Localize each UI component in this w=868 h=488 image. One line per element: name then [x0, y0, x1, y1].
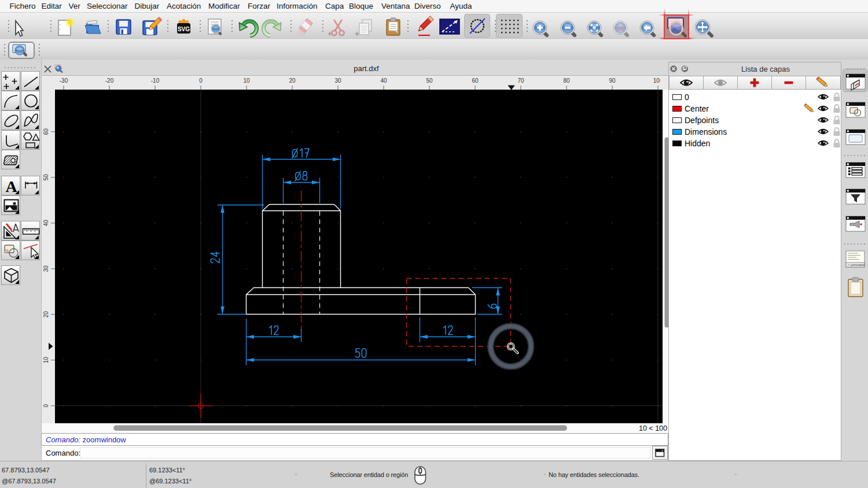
- svg-text:60: 60: [472, 77, 479, 84]
- svg-text:70: 70: [517, 77, 524, 84]
- svg-text:60: 60: [43, 128, 49, 135]
- svg-text:40: 40: [380, 77, 387, 84]
- svg-text:90: 90: [609, 77, 616, 84]
- svg-text:10: 10: [43, 357, 49, 364]
- svg-text:0: 0: [199, 77, 203, 84]
- svg-text:-20: -20: [105, 77, 114, 84]
- svg-text:-30: -30: [60, 77, 68, 84]
- svg-text:30: 30: [43, 265, 49, 272]
- svg-text:SVG: SVG: [178, 26, 190, 32]
- svg-text:0: 0: [43, 404, 49, 408]
- svg-text:40: 40: [43, 220, 49, 227]
- svg-text:20: 20: [43, 311, 49, 318]
- svg-text:30: 30: [334, 77, 341, 84]
- svg-text:10 < 100: 10 < 100: [639, 424, 667, 432]
- svg-text:20: 20: [289, 77, 296, 84]
- svg-text:part.dxf: part.dxf: [354, 64, 379, 73]
- svg-text:80: 80: [563, 77, 570, 84]
- svg-text:Lista de capas: Lista de capas: [741, 65, 790, 73]
- svg-text:10: 10: [243, 77, 250, 84]
- svg-text:-10: -10: [151, 77, 160, 84]
- svg-text:50: 50: [426, 77, 433, 84]
- svg-text:50: 50: [43, 174, 49, 181]
- svg-text:> command: > command: [848, 263, 865, 267]
